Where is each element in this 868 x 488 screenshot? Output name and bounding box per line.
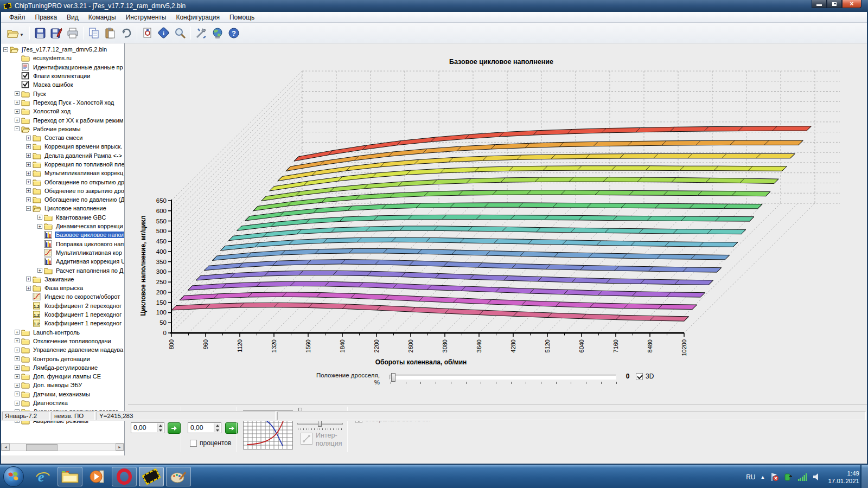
menu-item-5[interactable]: Инструменты	[121, 12, 171, 22]
tree-expand-toggle[interactable]: +	[15, 91, 20, 96]
tree-item[interactable]: +Переход Пуск - Холостой ход	[1, 98, 124, 107]
tree-item[interactable]: +Дельта давлений Рампа <->	[1, 151, 124, 160]
tree-item[interactable]: +Датчики, механизмы	[1, 390, 124, 399]
surface-ribbon[interactable]	[212, 249, 730, 261]
tree-item[interactable]: +Флаги комплектации	[1, 72, 124, 80]
tray-expand-icon[interactable]: ▲	[761, 474, 765, 480]
tree-horizontal-scrollbar[interactable]: ◄ ►	[1, 443, 124, 451]
tree-expand-toggle[interactable]: −	[15, 126, 20, 131]
tree-expand-toggle[interactable]: +	[15, 100, 20, 105]
taskbar-wmp-button[interactable]	[85, 467, 110, 486]
tree-expand-toggle[interactable]: +	[15, 374, 20, 379]
tree-item[interactable]: +Launch-контроль	[1, 328, 124, 337]
tree-expand-toggle[interactable]: +	[26, 144, 31, 149]
tree-expand-toggle[interactable]: +	[26, 277, 31, 281]
show-desktop-button[interactable]	[860, 465, 868, 488]
tree-expand-toggle[interactable]: +	[15, 330, 20, 335]
tree-item[interactable]: +Переход от ХХ к рабочим режим	[1, 115, 124, 124]
copy-button[interactable]	[86, 25, 102, 41]
throttle-slider[interactable]	[390, 375, 616, 380]
menu-item-4[interactable]: Команды	[84, 12, 121, 22]
taskbar-ie-button[interactable]: e	[30, 467, 55, 486]
tree-item[interactable]: +Пуск	[1, 89, 124, 98]
taskbar-paint-button[interactable]	[166, 467, 191, 486]
taskbar-explorer-button[interactable]	[58, 467, 82, 486]
tree-expand-toggle[interactable]: +	[15, 356, 20, 361]
tree-item[interactable]: +Маска ошибок	[1, 80, 124, 89]
tree-item[interactable]: +Зажигание	[1, 275, 124, 284]
spin-up-icon[interactable]	[157, 423, 163, 428]
tree-expand-toggle[interactable]: +	[15, 401, 20, 406]
tree-expand-toggle[interactable]: −	[3, 47, 8, 52]
tree-expand-toggle[interactable]: +	[26, 179, 31, 184]
save-as-button[interactable]	[48, 25, 65, 41]
tree-item[interactable]: +Мультипликативная коррекц	[1, 169, 124, 177]
volume-icon[interactable]	[813, 473, 821, 481]
web-button[interactable]	[209, 25, 226, 41]
navigation-tree[interactable]: −j7es_v17.7.12_ram_dmrv5,2.bin+ecusystem…	[1, 43, 125, 455]
tree-expand-toggle[interactable]: +	[37, 215, 42, 220]
tree-item[interactable]: +Доп. функции лампы CE	[1, 372, 124, 381]
open-dropdown-icon[interactable]: ▼	[20, 33, 24, 37]
tree-item[interactable]: +Аддитивная коррекция U	[1, 257, 124, 266]
paste-button[interactable]	[102, 25, 118, 41]
tree-item[interactable]: +Поправка циклового нап	[1, 240, 124, 248]
surface-ribbon[interactable]	[220, 237, 738, 251]
tree-expand-toggle[interactable]: +	[37, 224, 42, 229]
tree-expand-toggle[interactable]: +	[26, 153, 31, 158]
help-button[interactable]: ?	[226, 25, 242, 41]
checkbox-3d[interactable]	[636, 373, 643, 380]
clock[interactable]: 1:49 17.01.2021	[828, 470, 859, 485]
tree-item[interactable]: +Расчет наполнения по Д	[1, 266, 124, 274]
tree-item[interactable]: +Динамическая коррекци	[1, 222, 124, 230]
scroll-left-arrow[interactable]: ◄	[2, 444, 10, 451]
tree-item[interactable]: −Рабочие режимы	[1, 125, 124, 133]
spin-down-icon[interactable]	[214, 428, 220, 432]
tree-expand-toggle[interactable]: +	[15, 348, 20, 352]
print-button[interactable]	[65, 25, 81, 41]
tree-item[interactable]: +Доп. выводы ЭБУ	[1, 381, 124, 389]
tree-item[interactable]: +Диагностика	[1, 399, 124, 407]
throttle-slider-thumb[interactable]	[391, 373, 395, 382]
open-button[interactable]	[4, 25, 21, 41]
scrollbar-thumb[interactable]	[26, 444, 58, 451]
taskbar-chip-button[interactable]	[139, 467, 164, 486]
tree-expand-toggle[interactable]: +	[37, 268, 42, 273]
zoom-button[interactable]	[172, 25, 188, 41]
tree-item[interactable]: −Цикловое наполнение	[1, 204, 124, 213]
tree-item[interactable]: +Коррекция по топливной пле	[1, 160, 124, 169]
taskbar-opera-button[interactable]	[112, 467, 137, 486]
tree-expand-toggle[interactable]: +	[15, 365, 20, 370]
tree-expand-toggle[interactable]: +	[26, 171, 31, 176]
network-signal-icon[interactable]	[798, 473, 808, 481]
tree-item[interactable]: +1.2Коэффициент 2 переходног	[1, 301, 124, 310]
tree-item[interactable]: +Состав смеси	[1, 133, 124, 142]
spin-down-icon[interactable]	[157, 428, 163, 432]
tree-item[interactable]: +Отключение топливоподачи	[1, 337, 124, 345]
tree-item[interactable]: +1.2Коэффициент 1 переходног	[1, 319, 124, 328]
minimize-button[interactable]	[812, 0, 827, 8]
tools-button[interactable]	[193, 25, 209, 41]
close-button[interactable]: ×	[842, 0, 861, 8]
title-bar[interactable]: ChipTuningPRO ver.3.21 - j7es_v17.7.12_r…	[0, 0, 868, 12]
tree-item[interactable]: +Обогащение по открытию др	[1, 177, 124, 186]
tree-expand-toggle[interactable]: −	[26, 206, 31, 211]
tree-expand-toggle[interactable]: +	[26, 188, 31, 193]
surface-chart[interactable]: 0501001502002503003504004505005506006508…	[128, 43, 867, 369]
power-plug-icon[interactable]	[784, 472, 793, 481]
change-by-input[interactable]: 0,00	[188, 422, 221, 433]
tree-expand-toggle[interactable]: +	[15, 383, 20, 388]
tree-item[interactable]: +Фаза впрыска	[1, 284, 124, 292]
tree-item[interactable]: +Обогащение по давлению (Д	[1, 195, 124, 204]
set-to-input[interactable]: 0,00	[131, 422, 164, 433]
tree-expand-toggle[interactable]: +	[26, 286, 31, 291]
action-center-flag-icon[interactable]	[770, 472, 779, 481]
tree-expand-toggle[interactable]: +	[26, 162, 31, 167]
tree-item[interactable]: −j7es_v17.7.12_ram_dmrv5,2.bin	[1, 45, 124, 54]
tree-item[interactable]: +Мультипликативная кор	[1, 248, 124, 257]
tree-item[interactable]: +Коррекция времени впрыск.	[1, 142, 124, 151]
percent-checkbox[interactable]	[190, 440, 197, 447]
tree-item[interactable]: +Индекс по скорости/оборот	[1, 292, 124, 301]
tree-item[interactable]: +Квантование GBC	[1, 213, 124, 222]
save-button[interactable]	[32, 25, 48, 41]
